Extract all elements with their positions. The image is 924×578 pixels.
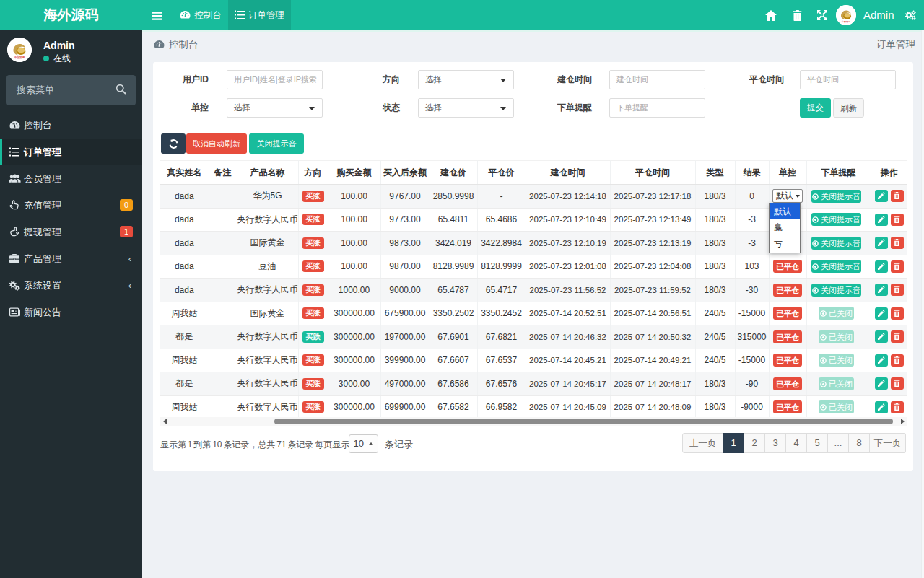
svg-text:中国贸易: 中国贸易: [14, 56, 25, 59]
svg-text:中国贸易: 中国贸易: [842, 20, 850, 23]
